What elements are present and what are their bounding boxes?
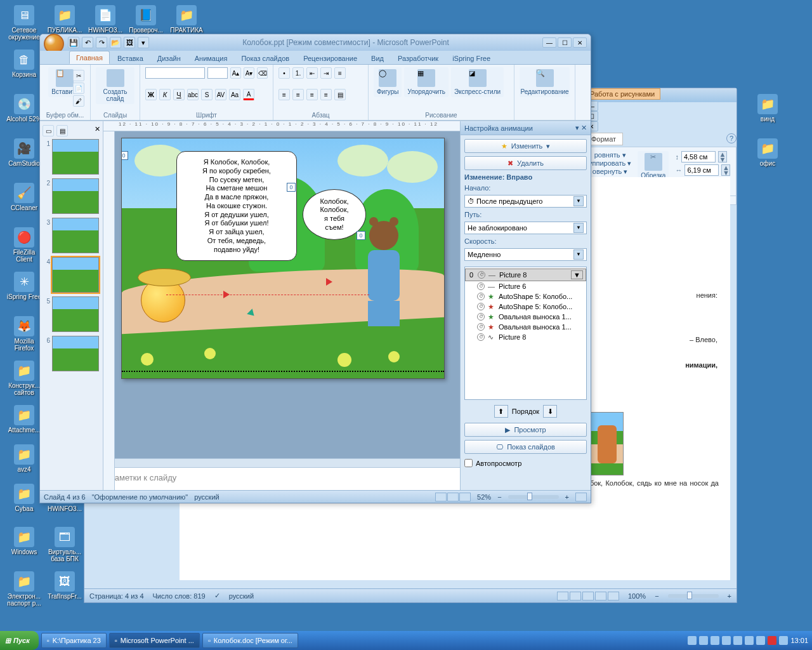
- word-lang-status[interactable]: русский: [229, 592, 254, 600]
- copy-button[interactable]: 📄: [73, 83, 84, 94]
- open-icon[interactable]: 📂: [110, 37, 121, 48]
- preview-button[interactable]: ▶Просмотр: [464, 423, 587, 437]
- desktop-icon[interactable]: 📁ПУБЛИКА...: [46, 5, 84, 34]
- desktop-icon[interactable]: 🗔Виртуаль... база БПК: [46, 527, 84, 562]
- animation-item[interactable]: ⏱★Овальная выноска 1...: [465, 322, 586, 332]
- picture-tools-tab[interactable]: Работа с рисунками: [584, 88, 660, 100]
- change-case-button[interactable]: Aa: [229, 89, 240, 100]
- sorter-view-button[interactable]: [447, 493, 459, 501]
- zoom-out-button[interactable]: −: [497, 493, 501, 501]
- motion-path[interactable]: [166, 295, 369, 295]
- ribbon-tab[interactable]: Рецензирование: [297, 52, 363, 64]
- desktop-icon[interactable]: 📁винд: [749, 94, 787, 123]
- path-combo[interactable]: Не заблокировано▼: [464, 222, 587, 234]
- slideshow-view-button[interactable]: [459, 493, 471, 501]
- desktop-icon[interactable]: 🗑Корзина: [5, 50, 43, 78]
- ribbon-tab[interactable]: Вставка: [111, 52, 150, 64]
- help-icon[interactable]: ?: [726, 133, 737, 143]
- columns-button[interactable]: ▤: [334, 89, 346, 100]
- align-right-button[interactable]: ≡: [306, 89, 318, 100]
- slide-canvas[interactable]: Я Колобок, Колобок, Я по коробу скребен,…: [121, 138, 445, 379]
- zoom-in-icon[interactable]: +: [728, 592, 731, 600]
- indent-dec-button[interactable]: ⇤: [306, 67, 318, 79]
- desktop-icon[interactable]: ✳iSpring Free: [5, 272, 43, 300]
- move-up-button[interactable]: ⬆: [494, 405, 508, 418]
- zoom-out-icon[interactable]: −: [655, 592, 658, 600]
- tray-icon[interactable]: [722, 636, 731, 645]
- bold-button[interactable]: Ж: [145, 89, 157, 100]
- slideshow-button[interactable]: 🖵Показ слайдов: [464, 440, 587, 454]
- slide-thumbnail[interactable]: 2: [43, 178, 100, 214]
- word-zoom[interactable]: 100%: [628, 592, 646, 600]
- desktop-icon[interactable]: 📁офис: [749, 138, 787, 167]
- strike-button[interactable]: abc: [187, 89, 199, 100]
- shapes-button[interactable]: ◯Фигуры: [374, 67, 402, 97]
- desktop-icon[interactable]: 🧹CCleaner: [5, 183, 43, 211]
- slide-thumbnail[interactable]: 3: [43, 218, 100, 253]
- tray-icon[interactable]: [699, 636, 708, 645]
- arrange-group[interactable]: уппировать ▾: [589, 159, 631, 168]
- desktop-icon[interactable]: 📁Cybaa: [5, 484, 43, 512]
- autopreview-checkbox[interactable]: [464, 459, 473, 467]
- ribbon-tab[interactable]: Разработчик: [391, 52, 445, 64]
- word-view-btn[interactable]: [570, 592, 581, 600]
- height-input[interactable]: [681, 151, 716, 162]
- zoom-value[interactable]: 52%: [477, 493, 491, 501]
- width-input[interactable]: [684, 164, 719, 176]
- system-tray[interactable]: 13:01: [688, 636, 808, 645]
- word-view-btn[interactable]: [595, 592, 606, 600]
- zoom-slider[interactable]: [508, 495, 559, 499]
- line-spacing-button[interactable]: ≡: [334, 67, 346, 79]
- slide-thumbnail[interactable]: 1: [43, 139, 100, 175]
- speed-combo[interactable]: Медленно▼: [464, 248, 587, 261]
- grow-font-button[interactable]: A▴: [230, 67, 241, 79]
- zoom-in-button[interactable]: +: [565, 493, 569, 501]
- cut-button[interactable]: ✂: [73, 70, 84, 81]
- format-painter-button[interactable]: 🖌: [73, 95, 84, 107]
- tray-icon[interactable]: [733, 636, 742, 645]
- word-zoom-slider[interactable]: [668, 594, 719, 598]
- clock[interactable]: 13:01: [790, 637, 808, 644]
- start-button[interactable]: ⊞Пуск: [0, 631, 39, 650]
- shadow-button[interactable]: S: [201, 89, 213, 100]
- notes-pane[interactable]: Заметки к слайду: [103, 467, 460, 490]
- horizontal-scrollbar[interactable]: [103, 458, 460, 467]
- speech-bubble-kolobok[interactable]: Я Колобок, Колобок, Я по коробу скребен,…: [176, 151, 297, 261]
- bullets-button[interactable]: •: [278, 67, 290, 79]
- pane-dropdown-icon[interactable]: ▾: [575, 124, 579, 132]
- quick-styles-button[interactable]: ◪Экспресс-стили: [451, 67, 504, 97]
- desktop-icon[interactable]: 📄HWiNFO3...: [86, 5, 124, 34]
- slide-thumbnails[interactable]: ▭▤✕ 123456: [40, 121, 103, 490]
- tray-icon[interactable]: [688, 636, 697, 645]
- item-dropdown-icon[interactable]: ▼: [571, 270, 583, 279]
- ribbon-tab[interactable]: Вид: [365, 52, 390, 64]
- tray-icon[interactable]: [756, 636, 765, 645]
- new-slide-button[interactable]: Создать слайд: [96, 67, 134, 104]
- numbering-button[interactable]: 1.: [292, 67, 304, 79]
- tray-icon[interactable]: [745, 636, 754, 645]
- align-center-button[interactable]: ≡: [292, 89, 304, 100]
- tray-icon[interactable]: [710, 636, 719, 645]
- desktop-icon[interactable]: 🎥CamStudio: [5, 138, 43, 167]
- preview-icon[interactable]: 🖼: [124, 37, 135, 48]
- slide-thumbnail[interactable]: 4: [43, 257, 100, 293]
- animation-list[interactable]: 0⏱—Picture 8▼⏱—Picture 6⏱★AutoShape 5: К…: [464, 267, 587, 400]
- move-down-button[interactable]: ⬇: [543, 405, 557, 418]
- delete-effect-button[interactable]: ✖Удалить: [464, 156, 587, 170]
- desktop-icon[interactable]: 📁Attachme...: [5, 405, 43, 434]
- slide-thumbnail[interactable]: 6: [43, 336, 100, 371]
- animation-item[interactable]: ⏱★AutoShape 5: Колобо...: [465, 302, 586, 312]
- animation-item[interactable]: ⏱★Овальная выноска 1...: [465, 312, 586, 322]
- arrange-align[interactable]: ровнять ▾: [589, 151, 631, 159]
- start-combo[interactable]: ⏱ После предыдущего▼: [464, 195, 587, 208]
- save-icon[interactable]: 💾: [68, 37, 79, 48]
- arrange-button[interactable]: ▦Упорядочить: [404, 67, 449, 97]
- clear-format-button[interactable]: ⌫: [257, 67, 268, 79]
- editing-button[interactable]: 🔍Редактирование: [520, 67, 570, 97]
- char-space-button[interactable]: AV: [215, 89, 226, 100]
- undo-icon[interactable]: ↶: [82, 37, 93, 48]
- word-view-btn[interactable]: [557, 592, 568, 600]
- animation-item[interactable]: ⏱∿Picture 8: [465, 332, 586, 342]
- justify-button[interactable]: ≡: [320, 89, 332, 100]
- change-effect-button[interactable]: ★Изменить▾: [464, 139, 587, 153]
